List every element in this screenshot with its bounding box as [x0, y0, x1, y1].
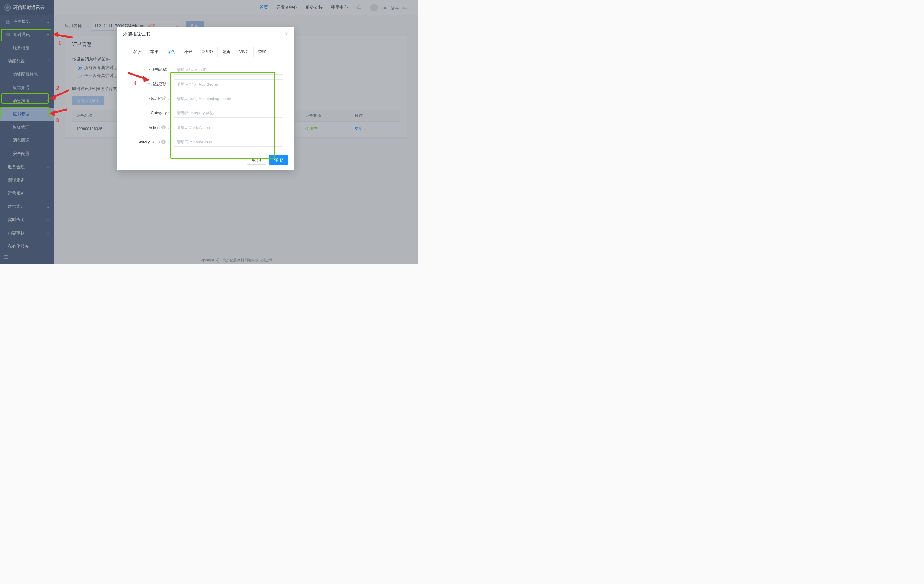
modal-header: 添加推送证书 ✕ — [117, 27, 294, 41]
tab-apple[interactable]: 苹果 — [146, 47, 163, 57]
label-action: Action i ： — [129, 125, 173, 130]
field-activity-class: ActivityClass i ： — [129, 137, 283, 147]
tab-google[interactable]: 谷歌 — [129, 47, 146, 57]
label-push-secret: * 推送密钥： — [129, 81, 173, 87]
cancel-button[interactable]: 取 消 — [247, 155, 266, 165]
vendor-tabs: 谷歌 苹果 华为 小米 OPPO 魅族 VIVO 荣耀 — [129, 47, 283, 57]
required-icon: * — [148, 96, 150, 101]
input-cert-name[interactable] — [173, 65, 283, 74]
field-app-pkg: * 应用包名： — [129, 94, 283, 103]
info-icon[interactable]: i — [161, 125, 165, 129]
label-activity-class: ActivityClass i ： — [129, 139, 173, 145]
required-icon: * — [148, 82, 150, 86]
tab-meizu[interactable]: 魅族 — [218, 47, 235, 57]
field-category: Category： 请选择 category 类型 ⌄ — [129, 108, 283, 118]
input-app-pkg[interactable] — [173, 94, 283, 103]
modal-title: 添加推送证书 — [123, 31, 150, 37]
select-placeholder: 请选择 category 类型 — [177, 110, 214, 115]
input-action[interactable] — [173, 122, 283, 132]
info-icon[interactable]: i — [161, 140, 165, 144]
input-push-secret[interactable] — [173, 79, 283, 89]
input-activity-class[interactable] — [173, 137, 283, 147]
close-icon[interactable]: ✕ — [284, 32, 289, 37]
select-category[interactable]: 请选择 category 类型 ⌄ — [173, 108, 283, 118]
label-category: Category： — [129, 110, 173, 115]
field-push-secret: * 推送密钥： — [129, 79, 283, 89]
tab-honor[interactable]: 荣耀 — [254, 47, 271, 57]
label-app-pkg: * 应用包名： — [129, 96, 173, 101]
field-action: Action i ： — [129, 122, 283, 132]
modal-footer: 取 消 保 存 — [117, 153, 294, 165]
chevron-down-icon: ⌄ — [277, 111, 280, 115]
tab-vivo[interactable]: VIVO — [235, 47, 254, 57]
field-cert-name: * 证书名称： — [129, 65, 283, 74]
required-icon: * — [148, 68, 150, 72]
tab-xiaomi[interactable]: 小米 — [180, 47, 197, 57]
add-cert-modal: 添加推送证书 ✕ 谷歌 苹果 华为 小米 OPPO 魅族 VIVO 荣耀 * 证… — [117, 27, 294, 170]
label-cert-name: * 证书名称： — [129, 67, 173, 73]
tab-oppo[interactable]: OPPO — [197, 47, 218, 57]
tab-huawei[interactable]: 华为 — [163, 47, 180, 57]
save-button[interactable]: 保 存 — [269, 155, 289, 165]
